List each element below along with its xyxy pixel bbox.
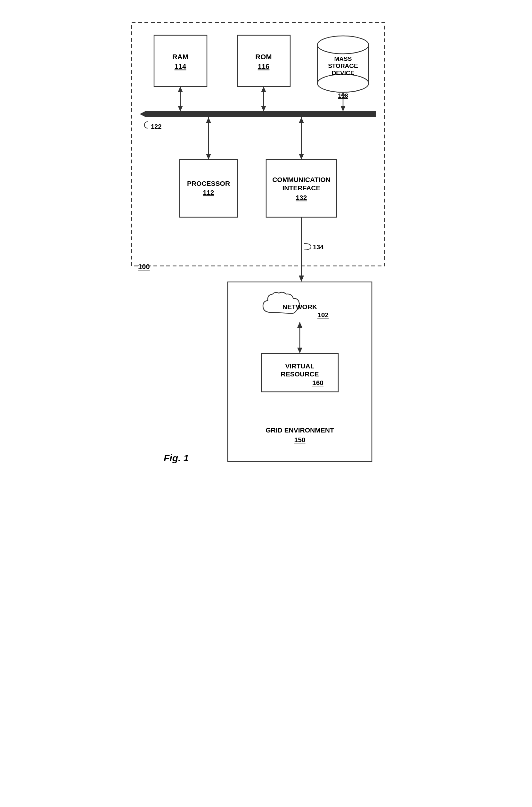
figure-label: Fig. 1	[164, 453, 189, 463]
comm-to-network-arrow	[299, 276, 304, 282]
rom-arrow-down	[261, 106, 266, 112]
mass-storage-arrow-down	[340, 106, 346, 112]
bus-bar	[145, 111, 376, 117]
ram-box	[154, 35, 207, 87]
virtual-resource-ref: 160	[312, 379, 323, 386]
network-ref: 102	[318, 311, 329, 318]
mass-storage-bottom	[318, 74, 369, 92]
ram-arrow-up	[178, 87, 183, 92]
processor-label: PROCESSOR	[187, 180, 230, 187]
rom-arrow-up	[261, 87, 266, 92]
mass-storage-top	[318, 36, 369, 54]
rom-box	[238, 35, 290, 87]
comm-interface-label2: INTERFACE	[282, 184, 320, 192]
mass-storage-label1: MASS	[334, 55, 352, 62]
processor-ref: 112	[203, 189, 214, 196]
bus-brace	[145, 122, 148, 128]
virtual-resource-label1: VIRTUAL	[285, 362, 314, 370]
system-label-text: 100	[138, 263, 150, 271]
mass-storage-label3: DEVICE	[331, 70, 354, 76]
ram-ref: 114	[174, 62, 186, 71]
comm-arrow-up	[299, 117, 304, 123]
virtual-resource-label2: RESOURCE	[281, 370, 319, 378]
comm-interface-label1: COMMUNICATION	[272, 176, 330, 183]
mass-storage-label2: STORAGE	[328, 62, 358, 69]
grid-env-ref: 150	[294, 436, 305, 444]
bus-label: 122	[151, 123, 162, 130]
rom-label: ROM	[255, 53, 272, 61]
processor-arrow-down	[206, 154, 211, 159]
conn-brace	[304, 243, 311, 250]
ram-label: RAM	[172, 53, 188, 61]
connection-label: 134	[313, 243, 324, 250]
network-label: NETWORK	[282, 303, 317, 311]
rom-ref: 116	[258, 62, 269, 71]
grid-env-label: GRID ENVIRONMENT	[266, 426, 334, 434]
main-diagram: 100 RAM 114 ROM 116 MASS STORAGE DEVICE …	[122, 13, 398, 718]
comm-arrow-down	[299, 154, 304, 159]
processor-arrow-up	[206, 117, 211, 123]
processor-box	[180, 159, 238, 217]
ram-arrow-down	[178, 106, 183, 112]
comm-interface-ref: 132	[296, 194, 307, 201]
